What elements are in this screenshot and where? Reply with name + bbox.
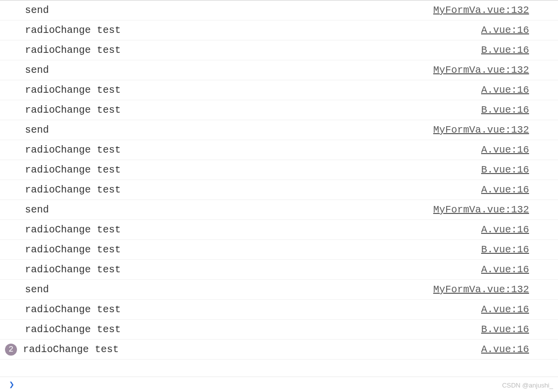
log-source-link[interactable]: A.vue:16 <box>481 184 554 196</box>
log-left: radioChange test <box>10 24 121 36</box>
log-row: radioChange testA.vue:16 <box>0 20 558 40</box>
console-output[interactable]: sendMyFormVa.vue:132radioChange testA.vu… <box>0 0 558 377</box>
log-row: sendMyFormVa.vue:132 <box>0 280 558 300</box>
log-row: radioChange testA.vue:16 <box>0 140 558 160</box>
log-source-link[interactable]: MyFormVa.vue:132 <box>433 204 554 215</box>
log-message: radioChange test <box>10 24 121 36</box>
log-left: radioChange test <box>10 264 121 275</box>
log-message: radioChange test <box>10 184 121 196</box>
log-message: radioChange test <box>10 264 121 275</box>
log-message: radioChange test <box>10 164 121 176</box>
log-source-link[interactable]: A.vue:16 <box>481 224 554 235</box>
log-left: radioChange test <box>10 184 121 196</box>
log-left: send <box>10 4 49 16</box>
log-source-link[interactable]: B.vue:16 <box>481 44 554 56</box>
log-left: 2radioChange test <box>10 344 119 356</box>
log-left: send <box>10 204 49 215</box>
log-message: radioChange test <box>10 304 121 315</box>
watermark-text: CSDN @anjushi_ <box>502 382 553 389</box>
log-message: radioChange test <box>8 344 119 355</box>
log-row: radioChange testB.vue:16 <box>0 40 558 60</box>
log-row: radioChange testA.vue:16 <box>0 220 558 240</box>
log-source-link[interactable]: MyFormVa.vue:132 <box>433 4 554 16</box>
log-message: radioChange test <box>10 84 121 96</box>
log-left: send <box>10 64 49 76</box>
log-row: radioChange testA.vue:16 <box>0 260 558 280</box>
log-message: radioChange test <box>10 104 121 116</box>
log-source-link[interactable]: MyFormVa.vue:132 <box>433 64 554 76</box>
log-message: send <box>10 4 49 16</box>
log-row: sendMyFormVa.vue:132 <box>0 200 558 220</box>
log-row: sendMyFormVa.vue:132 <box>0 0 558 20</box>
log-source-link[interactable]: B.vue:16 <box>481 104 554 116</box>
log-left: radioChange test <box>10 244 121 255</box>
log-left: radioChange test <box>10 304 121 315</box>
log-source-link[interactable]: B.vue:16 <box>481 324 554 335</box>
log-left: send <box>10 284 49 295</box>
log-source-link[interactable]: B.vue:16 <box>481 164 554 176</box>
log-source-link[interactable]: A.vue:16 <box>481 144 554 156</box>
log-message: send <box>10 284 49 295</box>
log-row: radioChange testA.vue:16 <box>0 300 558 320</box>
log-row: radioChange testB.vue:16 <box>0 160 558 180</box>
log-row: 2radioChange testA.vue:16 <box>0 340 558 360</box>
log-left: radioChange test <box>10 144 121 156</box>
log-source-link[interactable]: A.vue:16 <box>481 264 554 275</box>
prompt-chevron-icon: ❯ <box>9 379 14 390</box>
log-message: radioChange test <box>10 324 121 335</box>
log-message: send <box>10 204 49 215</box>
log-left: radioChange test <box>10 104 121 116</box>
log-row: radioChange testA.vue:16 <box>0 80 558 100</box>
log-left: radioChange test <box>10 164 121 176</box>
log-source-link[interactable]: A.vue:16 <box>481 84 554 96</box>
log-source-link[interactable]: MyFormVa.vue:132 <box>433 284 554 295</box>
log-source-link[interactable]: A.vue:16 <box>481 344 554 355</box>
log-message: radioChange test <box>10 244 121 255</box>
log-left: send <box>10 124 49 136</box>
log-left: radioChange test <box>10 324 121 335</box>
log-message: send <box>10 124 49 136</box>
log-source-link[interactable]: A.vue:16 <box>481 304 554 315</box>
log-left: radioChange test <box>10 224 121 235</box>
console-prompt-row[interactable]: ❯ <box>0 377 558 392</box>
log-row: radioChange testB.vue:16 <box>0 100 558 120</box>
log-message: radioChange test <box>10 44 121 56</box>
log-message: radioChange test <box>10 224 121 235</box>
log-source-link[interactable]: A.vue:16 <box>481 24 554 36</box>
log-row: radioChange testB.vue:16 <box>0 240 558 260</box>
log-source-link[interactable]: MyFormVa.vue:132 <box>433 124 554 136</box>
log-source-link[interactable]: B.vue:16 <box>481 244 554 255</box>
log-row: radioChange testB.vue:16 <box>0 320 558 340</box>
log-left: radioChange test <box>10 84 121 96</box>
log-message: radioChange test <box>10 144 121 156</box>
log-row: sendMyFormVa.vue:132 <box>0 60 558 80</box>
log-left: radioChange test <box>10 44 121 56</box>
log-message: send <box>10 64 49 76</box>
log-row: sendMyFormVa.vue:132 <box>0 120 558 140</box>
log-row: radioChange testA.vue:16 <box>0 180 558 200</box>
